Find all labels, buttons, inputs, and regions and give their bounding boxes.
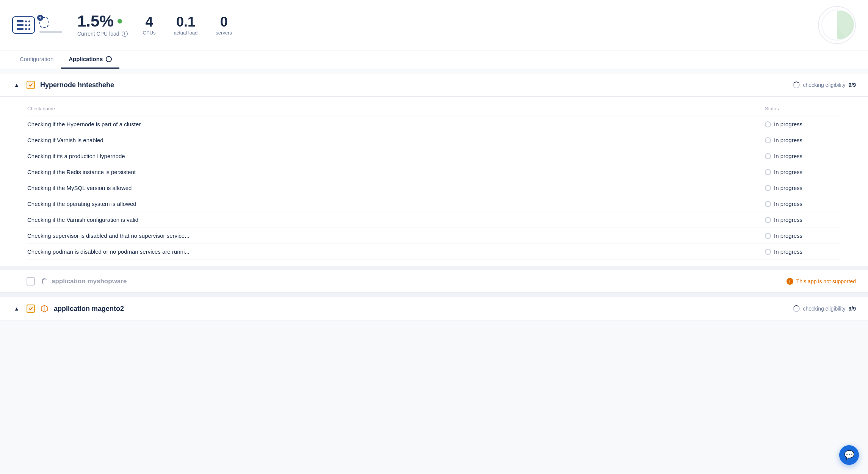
section-magento2-header: ▲ application magento2 checking eligibil… bbox=[0, 297, 868, 320]
check-status-7: In progress bbox=[765, 217, 841, 223]
servers-stat: 0 servers bbox=[216, 14, 232, 36]
cpus-label: CPUs bbox=[143, 30, 156, 36]
chat-icon: 💬 bbox=[844, 450, 854, 460]
check-name-2: Checking if Varnish is enabled bbox=[27, 137, 765, 143]
scrollbar[interactable] bbox=[39, 31, 62, 33]
magento2-checkbox[interactable] bbox=[27, 304, 35, 313]
status-circle-icon bbox=[765, 137, 771, 143]
shopware-icon bbox=[40, 277, 49, 286]
cpu-info-icon[interactable]: i bbox=[122, 31, 128, 37]
server-icon-solid bbox=[12, 16, 35, 34]
check-name-7: Checking if the Varnish configuration is… bbox=[27, 217, 765, 223]
applications-tab-icon bbox=[106, 56, 112, 62]
tab-configuration[interactable]: Configuration bbox=[12, 50, 61, 69]
check-name-9: Checking podman is disabled or no podman… bbox=[27, 248, 765, 255]
status-circle-icon bbox=[765, 233, 771, 239]
magento2-count: 9/9 bbox=[849, 306, 856, 312]
check-row: Checking podman is disabled or no podman… bbox=[27, 244, 841, 260]
check-status-5: In progress bbox=[765, 185, 841, 191]
myshopware-title-group: application myshopware bbox=[40, 277, 781, 286]
check-row: Checking supervisor is disabled and that… bbox=[27, 228, 841, 244]
checkmark-icon bbox=[28, 83, 33, 87]
check-name-header: Check name bbox=[27, 106, 750, 111]
hypernode-eligibility: checking eligibility 9/9 bbox=[793, 82, 856, 88]
check-name-6: Checking if the operating system is allo… bbox=[27, 201, 765, 207]
stats-group: 4 CPUs 0.1 actual load 0 servers bbox=[143, 14, 232, 36]
magento2-title: application magento2 bbox=[54, 305, 788, 313]
check-status-4: In progress bbox=[765, 169, 841, 175]
check-row: Checking if the MySQL version is allowed… bbox=[27, 180, 841, 196]
magento2-eligibility: checking eligibility 9/9 bbox=[793, 305, 856, 312]
check-name-8: Checking supervisor is disabled and that… bbox=[27, 232, 765, 239]
check-status-1: In progress bbox=[765, 121, 841, 127]
magento-icon bbox=[40, 304, 49, 313]
status-circle-icon bbox=[765, 169, 771, 175]
chat-button[interactable]: 💬 bbox=[839, 445, 859, 465]
hypernode-count: 9/9 bbox=[849, 82, 856, 88]
magento2-spin-icon bbox=[793, 305, 800, 312]
tabs-bar: Configuration Applications bbox=[0, 50, 868, 69]
check-row: Checking if the Varnish configuration is… bbox=[27, 212, 841, 228]
check-row: Checking if the Redis instance is persis… bbox=[27, 164, 841, 180]
check-status-6: In progress bbox=[765, 201, 841, 207]
section-hypernode: ▲ Hypernode hntesthehe checking eligibil… bbox=[0, 74, 868, 266]
check-status-8: In progress bbox=[765, 232, 841, 239]
server-icon-dashed[interactable]: + bbox=[39, 17, 49, 28]
servers-label: servers bbox=[216, 30, 232, 36]
top-bar: + 1.5% bbox=[0, 0, 868, 50]
server-icons: + bbox=[12, 16, 62, 34]
check-status-9: In progress bbox=[765, 248, 841, 255]
cpus-value: 4 bbox=[145, 14, 153, 30]
tab-applications[interactable]: Applications bbox=[61, 50, 119, 69]
section-magento2: ▲ application magento2 checking eligibil… bbox=[0, 297, 868, 320]
section-myshopware: application myshopware ! This app is not… bbox=[0, 270, 868, 293]
checkmark-icon bbox=[28, 306, 33, 311]
status-circle-icon bbox=[765, 201, 771, 207]
cpu-status-dot bbox=[118, 19, 122, 24]
section-hypernode-header: ▲ Hypernode hntesthehe checking eligibil… bbox=[0, 74, 868, 97]
main-content: ▲ Hypernode hntesthehe checking eligibil… bbox=[0, 74, 868, 320]
hypernode-title: Hypernode hntesthehe bbox=[40, 81, 788, 89]
warning-icon: ! bbox=[787, 278, 793, 285]
hypernode-checks-table: Check name Status Checking if the Hypern… bbox=[0, 97, 868, 266]
section-myshopware-header: application myshopware ! This app is not… bbox=[0, 270, 868, 293]
status-circle-icon bbox=[765, 153, 771, 159]
checks-header: Check name Status bbox=[27, 103, 841, 116]
collapse-hypernode-btn[interactable]: ▲ bbox=[12, 80, 21, 89]
check-status-header: Status bbox=[765, 106, 841, 111]
check-name-3: Checking if its a production Hypernode bbox=[27, 153, 765, 159]
not-supported-message: ! This app is not supported bbox=[787, 278, 856, 285]
hypernode-spin-icon bbox=[793, 82, 800, 88]
collapse-magento2-btn[interactable]: ▲ bbox=[12, 304, 21, 313]
check-row: Checking if the Hypernode is part of a c… bbox=[27, 116, 841, 132]
gauge-chart bbox=[818, 6, 856, 44]
cpu-section: 1.5% Current CPU load i bbox=[77, 13, 128, 37]
status-circle-icon bbox=[765, 185, 771, 191]
check-name-5: Checking if the MySQL version is allowed bbox=[27, 185, 765, 191]
check-row: Checking if its a production Hypernode I… bbox=[27, 148, 841, 164]
check-status-3: In progress bbox=[765, 153, 841, 159]
actual-load-value: 0.1 bbox=[176, 14, 195, 30]
cpu-value: 1.5% bbox=[77, 13, 114, 29]
cpus-stat: 4 CPUs bbox=[143, 14, 156, 36]
check-status-2: In progress bbox=[765, 137, 841, 143]
servers-value: 0 bbox=[220, 14, 228, 30]
actual-load-stat: 0.1 actual load bbox=[174, 14, 197, 36]
actual-load-label: actual load bbox=[174, 30, 197, 36]
check-row: Checking if the operating system is allo… bbox=[27, 196, 841, 212]
myshopware-checkbox[interactable] bbox=[27, 277, 35, 286]
check-name-4: Checking if the Redis instance is persis… bbox=[27, 169, 765, 175]
check-name-1: Checking if the Hypernode is part of a c… bbox=[27, 121, 765, 127]
status-circle-icon bbox=[765, 217, 771, 223]
hypernode-checkbox[interactable] bbox=[27, 81, 35, 89]
cpu-label: Current CPU load i bbox=[77, 31, 128, 37]
check-row: Checking if Varnish is enabled In progre… bbox=[27, 132, 841, 148]
status-circle-icon bbox=[765, 249, 771, 255]
status-circle-icon bbox=[765, 121, 771, 127]
